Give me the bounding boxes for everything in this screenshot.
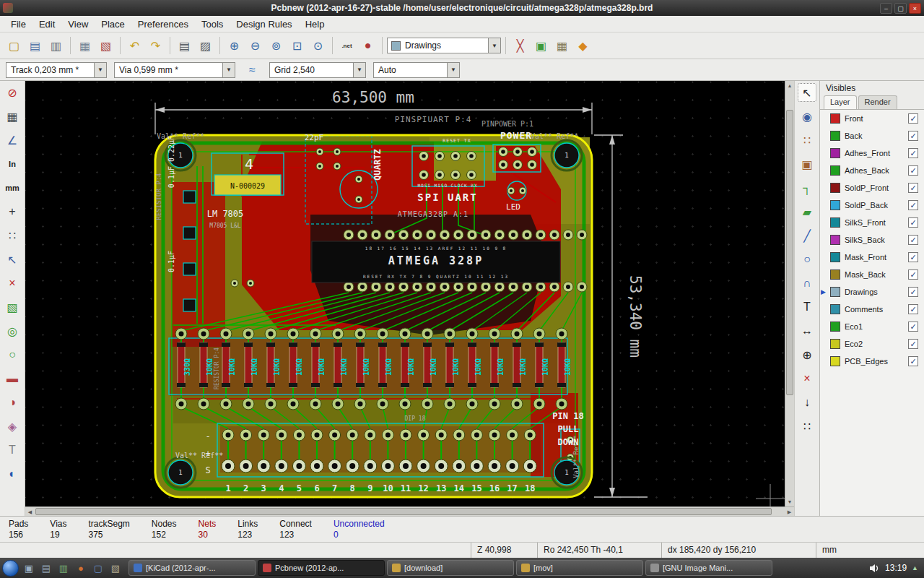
menu-place[interactable]: Place [95,17,131,32]
layer-row-front[interactable]: Front✓ [820,110,924,127]
layer-row-soldp-front[interactable]: SoldP_Front✓ [820,179,924,197]
layer-color-swatch[interactable] [830,356,840,366]
layer-color-swatch[interactable] [830,339,840,349]
layer-color-swatch[interactable] [830,200,840,210]
layer-visibility-checkbox[interactable]: ✓ [908,113,918,124]
horizontal-scroll-thumb[interactable] [35,508,772,515]
layer-visibility-checkbox[interactable]: ✓ [908,200,918,210]
print-icon[interactable]: ▤ [175,36,194,56]
taskbar-window-4[interactable]: [mov] [516,560,643,576]
add-target-icon[interactable]: ⊕ [798,345,816,364]
browser-icon[interactable]: ● [73,560,89,576]
pcb-canvas[interactable]: 330Ω10KΩ10KΩ10KΩ10KΩ10KΩ10KΩ10KΩ10KΩ10KΩ… [25,81,785,506]
layer-row-adhes-back[interactable]: Adhes_Back✓ [820,162,924,179]
close-button[interactable]: × [909,3,921,14]
menu-edit[interactable]: Edit [32,17,61,32]
layer-row-back[interactable]: Back✓ [820,127,924,144]
grid-size-combo[interactable]: Grid 2,540 ▼ [269,62,366,78]
scroll-down-arrow[interactable]: ▼ [785,497,794,506]
vertical-scrollbar[interactable]: ▲ ▼ [785,81,794,506]
horizontal-scrollbar[interactable]: ◀ ▶ [25,506,794,516]
scroll-right-arrow[interactable]: ▶ [785,507,794,516]
volume-icon[interactable] [869,564,880,573]
chevron-down-icon[interactable]: ▼ [447,63,459,77]
undo-icon[interactable]: ↶ [125,36,144,56]
layer-color-swatch[interactable] [830,183,840,193]
layer-color-swatch[interactable] [830,269,840,280]
layer-row-adhes-front[interactable]: Adhes_Front✓ [820,144,924,162]
new-board-icon[interactable]: ▢ [4,36,24,56]
plot-icon[interactable]: ▨ [196,36,215,56]
clock[interactable]: 13:19 [885,563,907,573]
units-inch-icon[interactable]: In [3,155,22,173]
layer-color-swatch[interactable] [830,252,840,262]
layer-visibility-checkbox[interactable]: ✓ [908,217,918,228]
open-board-icon[interactable]: ▤ [25,36,45,56]
find-icon[interactable]: ⊙ [308,36,328,56]
terminal-icon[interactable]: ▥ [56,560,71,576]
ratsnest-mode-icon[interactable]: ▦ [552,36,572,56]
page-settings-icon[interactable]: ▦ [75,36,95,56]
chevron-down-icon[interactable]: ▼ [488,38,500,53]
add-track-icon[interactable]: ┐ [798,178,816,197]
menu-file[interactable]: File [4,17,32,32]
add-module-icon[interactable]: ▣ [798,155,816,173]
drc-check-icon[interactable]: ● [358,36,378,56]
add-circle-icon[interactable]: ○ [798,250,816,269]
minimize-button[interactable]: – [880,3,892,14]
menu-view[interactable]: View [61,17,95,32]
taskbar-window-1[interactable]: [KiCad (2012-apr-... [128,560,256,576]
grid-visibility-icon[interactable]: ▦ [3,107,22,126]
offset-origin-icon[interactable]: ↓ [798,393,816,412]
delete-tool-icon[interactable]: × [798,369,816,388]
layer-row-pcb-edges[interactable]: PCB_Edges✓ [820,353,924,370]
layer-visibility-checkbox[interactable]: ✓ [908,322,918,332]
file-manager-icon[interactable]: ▤ [38,560,54,576]
track-width-combo[interactable]: Track 0,203 mm * ▼ [6,62,107,78]
layer-color-swatch[interactable] [830,217,840,228]
layer-color-swatch[interactable] [830,287,840,297]
layer-visibility-checkbox[interactable]: ✓ [908,165,918,176]
layer-row-soldp-back[interactable]: SoldP_Back✓ [820,197,924,214]
highlight-net-icon[interactable]: ◉ [798,107,816,126]
select-tool-icon[interactable]: ↖ [798,83,816,102]
layer-row-drawings[interactable]: ▶Drawings✓ [820,283,924,301]
tab-layer[interactable]: Layer [824,95,857,109]
layer-color-swatch[interactable] [830,235,840,245]
layer-color-swatch[interactable] [830,322,840,332]
scroll-up-arrow[interactable]: ▲ [785,81,794,90]
chevron-down-icon[interactable]: ▼ [222,63,235,77]
contrast-display-icon[interactable]: ◐ [3,465,22,483]
add-dimension-icon[interactable]: ↔ [798,322,816,340]
add-text-icon[interactable]: T [798,298,816,316]
show-zones-icon[interactable]: ▧ [3,298,22,316]
layer-color-swatch[interactable] [830,304,840,314]
scroll-left-arrow[interactable]: ◀ [25,507,35,516]
high-contrast-icon[interactable]: ◑ [3,393,22,412]
menu-help[interactable]: Help [299,17,331,32]
layer-color-swatch[interactable] [830,113,840,124]
layer-selector-combo[interactable]: Drawings ▼ [387,38,501,53]
cursor-shape-icon[interactable]: + [3,202,22,221]
layer-row-mask-front[interactable]: Mask_Front✓ [820,249,924,266]
zoom-fit-icon[interactable]: ⊡ [287,36,307,56]
units-mm-icon[interactable]: mm [3,178,22,197]
taskbar-window-3[interactable]: [download] [387,560,514,576]
layer-visibility-checkbox[interactable]: ✓ [908,356,918,366]
layer-row-silks-front[interactable]: SilkS_Front✓ [820,214,924,231]
auto-track-width-icon[interactable]: ≈ [243,60,262,79]
layer-visibility-checkbox[interactable]: ✓ [908,304,918,314]
chevron-down-icon[interactable]: ▼ [94,63,106,77]
layer-color-swatch[interactable] [830,148,840,158]
ratsnest-general-icon[interactable]: ∷ [3,226,22,245]
layer-row-comments[interactable]: Comments✓ [820,301,924,318]
module-mode-icon[interactable]: ▣ [531,36,551,56]
layer-visibility-checkbox[interactable]: ✓ [908,235,918,245]
start-menu-button[interactable] [2,560,19,577]
layer-visibility-checkbox[interactable]: ✓ [908,287,918,297]
maximize-button[interactable]: ▢ [894,3,907,14]
menu-design-rules[interactable]: Design Rules [230,17,298,32]
palette-icon[interactable]: ◈ [3,417,22,436]
invisible-text-icon[interactable]: T [3,441,22,460]
sketch-vias-icon[interactable]: ○ [3,345,22,364]
